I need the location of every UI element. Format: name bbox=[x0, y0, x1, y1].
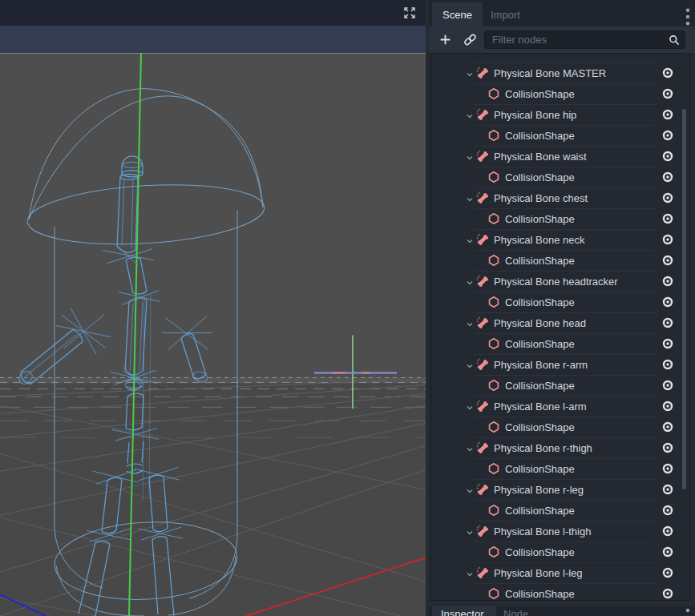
tree-row-label: CollisionShape bbox=[505, 213, 575, 225]
eye-icon[interactable] bbox=[661, 566, 674, 579]
tree-row-label: CollisionShape bbox=[505, 88, 575, 100]
tree-row[interactable]: Physical Bone hip bbox=[431, 104, 689, 125]
tree-row[interactable]: CollisionShape bbox=[431, 583, 689, 601]
vertical-dots-icon[interactable] bbox=[685, 7, 690, 20]
chevron-down-icon[interactable] bbox=[465, 110, 475, 119]
tree-row-label: Physical Bone neck bbox=[494, 234, 584, 246]
expand-arrows-icon[interactable] bbox=[403, 6, 416, 19]
tab-node[interactable]: Node bbox=[503, 608, 528, 616]
eye-icon[interactable] bbox=[661, 108, 674, 121]
chevron-down-icon[interactable] bbox=[465, 68, 475, 78]
eye-icon[interactable] bbox=[661, 254, 674, 267]
tree-row-label: Physical Bone l-arm bbox=[494, 401, 587, 413]
eye-icon[interactable] bbox=[661, 233, 674, 246]
tree-row[interactable]: CollisionShape bbox=[431, 500, 689, 521]
filter-nodes-input[interactable] bbox=[485, 31, 685, 48]
eye-icon[interactable] bbox=[661, 483, 674, 496]
eye-icon[interactable] bbox=[661, 337, 674, 350]
tree-row-label: Physical Bone r-leg bbox=[494, 484, 584, 496]
chevron-down-icon[interactable] bbox=[465, 443, 475, 453]
physical-bone-icon bbox=[476, 108, 489, 121]
tree-row-label: Physical Bone head bbox=[494, 317, 586, 329]
chevron-down-icon[interactable] bbox=[465, 360, 475, 369]
eye-icon[interactable] bbox=[661, 296, 674, 308]
chevron-down-icon[interactable] bbox=[465, 151, 475, 161]
chevron-down-icon[interactable] bbox=[465, 526, 475, 536]
chevron-down-icon[interactable] bbox=[465, 401, 475, 411]
chevron-down-icon[interactable] bbox=[465, 276, 475, 286]
tab-scene[interactable]: Scene bbox=[432, 2, 483, 26]
tree-row[interactable]: Physical Bone waist bbox=[431, 146, 689, 167]
tree-row[interactable]: Physical Bone MASTER bbox=[431, 62, 689, 83]
eye-icon[interactable] bbox=[661, 275, 674, 288]
tree-row[interactable]: CollisionShape bbox=[431, 417, 689, 437]
tree-row[interactable]: CollisionShape bbox=[431, 542, 689, 562]
collision-shape-icon bbox=[487, 546, 500, 558]
scene-toolbar bbox=[429, 26, 695, 53]
collision-shape-icon bbox=[487, 462, 500, 475]
eye-icon[interactable] bbox=[661, 441, 674, 454]
chevron-down-icon[interactable] bbox=[465, 568, 475, 578]
eye-icon[interactable] bbox=[661, 87, 674, 100]
eye-icon[interactable] bbox=[661, 191, 674, 204]
eye-icon[interactable] bbox=[661, 129, 674, 142]
scene-dock: Scene Import bbox=[429, 0, 695, 616]
chevron-down-icon[interactable] bbox=[465, 235, 475, 244]
tree-row[interactable]: CollisionShape bbox=[431, 125, 689, 146]
instance-scene-button[interactable] bbox=[463, 33, 477, 46]
eye-icon[interactable] bbox=[661, 504, 674, 517]
tree-row[interactable]: Physical Bone r-thigh bbox=[431, 437, 689, 458]
tree-row-clipped[interactable]: robot bbox=[431, 54, 689, 62]
tree-row[interactable]: CollisionShape bbox=[431, 208, 689, 229]
add-node-button[interactable] bbox=[438, 33, 452, 46]
vertical-dots-icon[interactable] bbox=[685, 608, 690, 616]
tree-row[interactable]: CollisionShape bbox=[431, 167, 689, 187]
tree-row-label: CollisionShape bbox=[505, 421, 575, 433]
eye-icon[interactable] bbox=[661, 171, 674, 183]
tree-row[interactable]: Physical Bone chest bbox=[431, 187, 689, 208]
eye-icon[interactable] bbox=[661, 462, 674, 475]
collision-shape-icon bbox=[487, 171, 500, 183]
tree-row[interactable]: Physical Bone l-thigh bbox=[431, 521, 689, 542]
eye-icon[interactable] bbox=[661, 525, 674, 537]
scene-tree: robot Physical Bo bbox=[430, 53, 690, 601]
tree-row[interactable]: Physical Bone r-leg bbox=[431, 479, 689, 500]
dock-tab-bar: Scene Import bbox=[429, 0, 695, 26]
eye-icon[interactable] bbox=[661, 66, 674, 79]
tree-row-label: CollisionShape bbox=[505, 296, 575, 308]
tree-row[interactable]: Physical Bone head bbox=[431, 312, 689, 333]
chevron-down-icon[interactable] bbox=[465, 193, 475, 203]
tree-row[interactable]: Physical Bone neck bbox=[431, 229, 689, 250]
tree-row[interactable]: CollisionShape bbox=[431, 250, 689, 271]
chevron-down-icon[interactable] bbox=[465, 318, 475, 328]
tab-inspector[interactable]: Inspector bbox=[432, 606, 496, 616]
3d-scene-canvas[interactable] bbox=[0, 53, 426, 616]
tree-row[interactable]: CollisionShape bbox=[431, 292, 689, 312]
tree-row[interactable]: CollisionShape bbox=[431, 333, 689, 354]
physical-bone-icon bbox=[476, 400, 489, 413]
eye-icon[interactable] bbox=[661, 546, 674, 558]
chevron-down-icon[interactable] bbox=[465, 485, 475, 494]
eye-icon[interactable] bbox=[661, 150, 674, 163]
tab-import[interactable]: Import bbox=[480, 2, 531, 26]
tree-scrollbar-thumb[interactable] bbox=[682, 109, 686, 489]
tree-row[interactable]: Physical Bone r-arm bbox=[431, 354, 689, 375]
physical-bone-icon bbox=[476, 316, 489, 329]
tree-row[interactable]: CollisionShape bbox=[431, 83, 689, 104]
eye-icon[interactable] bbox=[661, 379, 674, 392]
eye-icon[interactable] bbox=[661, 358, 674, 371]
viewport-toolbar-bar bbox=[0, 26, 426, 53]
tree-row[interactable]: CollisionShape bbox=[431, 458, 689, 479]
tree-row[interactable]: Physical Bone headtracker bbox=[431, 271, 689, 292]
tree-row[interactable]: Physical Bone l-leg bbox=[431, 562, 689, 583]
tree-row-label: CollisionShape bbox=[505, 463, 575, 475]
eye-icon[interactable] bbox=[661, 212, 674, 225]
eye-icon[interactable] bbox=[661, 421, 674, 433]
physical-bone-icon bbox=[476, 566, 489, 579]
eye-icon[interactable] bbox=[661, 316, 674, 329]
tab-scene-label: Scene bbox=[442, 9, 472, 21]
eye-icon[interactable] bbox=[661, 400, 674, 413]
tree-row[interactable]: CollisionShape bbox=[431, 375, 689, 396]
tree-row[interactable]: Physical Bone l-arm bbox=[431, 396, 689, 417]
eye-icon[interactable] bbox=[661, 587, 674, 600]
